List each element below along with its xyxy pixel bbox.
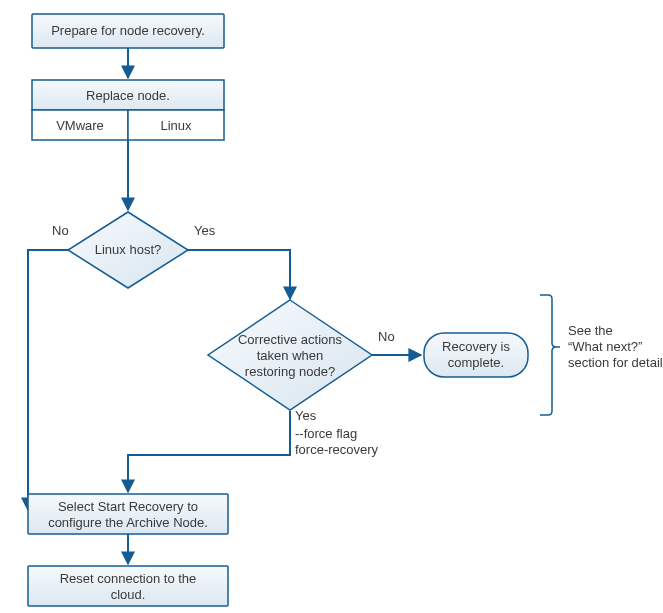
text-reset-1: Reset connection to the xyxy=(60,571,197,586)
annotation-line-2: “What next?” xyxy=(568,339,642,354)
label-corrective-no: No xyxy=(378,329,395,344)
label-linuxhost-yes: Yes xyxy=(194,223,216,238)
node-replace: Replace node. VMware Linux xyxy=(32,80,224,140)
annotation-line-1: See the xyxy=(568,323,613,338)
text-vmware: VMware xyxy=(56,118,104,133)
label-force-flag-1: --force flag xyxy=(295,426,357,441)
label-force-flag-2: force-recovery xyxy=(295,442,379,457)
flowchart-canvas: No Yes No Yes --force flag force-recover… xyxy=(0,0,663,613)
annotation-line-3: section for details. xyxy=(568,355,663,370)
text-linuxhost: Linux host? xyxy=(95,242,162,257)
label-linuxhost-no: No xyxy=(52,223,69,238)
text-startrecovery-1: Select Start Recovery to xyxy=(58,499,198,514)
edge-linuxhost-no xyxy=(28,250,68,510)
text-replace: Replace node. xyxy=(86,88,170,103)
text-recoverycomplete-2: complete. xyxy=(448,355,504,370)
text-corrective-2: taken when xyxy=(257,348,324,363)
text-recoverycomplete-1: Recovery is xyxy=(442,339,510,354)
text-reset-2: cloud. xyxy=(111,587,146,602)
bracket-icon xyxy=(540,295,560,415)
edge-corrective-yes xyxy=(128,411,290,492)
text-corrective-1: Corrective actions xyxy=(238,332,343,347)
edge-linuxhost-yes xyxy=(188,250,290,299)
text-startrecovery-2: configure the Archive Node. xyxy=(48,515,208,530)
flowchart-svg: No Yes No Yes --force flag force-recover… xyxy=(0,0,663,613)
text-linux: Linux xyxy=(160,118,192,133)
text-corrective-3: restoring node? xyxy=(245,364,335,379)
label-corrective-yes: Yes xyxy=(295,408,317,423)
text-prepare: Prepare for node recovery. xyxy=(51,23,205,38)
